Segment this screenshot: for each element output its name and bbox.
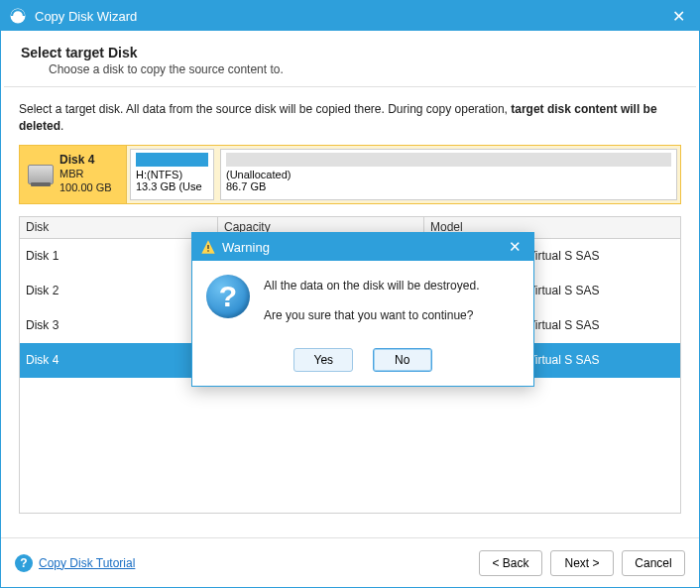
page-subtitle: Choose a disk to copy the source content…	[49, 62, 679, 76]
window-titlebar: Copy Disk Wizard ✕	[1, 1, 699, 31]
cell-disk: Disk 1	[20, 249, 218, 263]
cancel-button[interactable]: Cancel	[622, 550, 685, 576]
window-title: Copy Disk Wizard	[35, 9, 666, 24]
svg-rect-1	[207, 245, 208, 249]
instruction-prefix: Select a target disk. All data from the …	[19, 102, 511, 116]
instruction-suffix: .	[60, 119, 63, 133]
warning-titlebar: Warning ✕	[192, 233, 533, 261]
partition-block[interactable]: (Unallocated) 86.7 GB	[220, 149, 677, 200]
partition-usage-bar	[136, 153, 208, 167]
warning-dialog: Warning ✕ ? All the data on the disk wil…	[191, 232, 534, 387]
svg-rect-2	[207, 250, 208, 251]
wizard-footer: ? Copy Disk Tutorial < Back Next > Cance…	[1, 537, 699, 587]
selected-disk-size: 100.00 GB	[59, 181, 112, 195]
partition-usage-bar	[226, 153, 671, 167]
hard-disk-icon	[28, 165, 54, 184]
warning-message-1: All the data on the disk will be destroy…	[264, 277, 479, 294]
selected-disk-name: Disk 4	[59, 153, 112, 168]
back-button[interactable]: < Back	[479, 550, 542, 576]
partition-block[interactable]: H:(NTFS) 13.3 GB (Use	[130, 149, 214, 200]
partition-label: (Unallocated)	[226, 169, 671, 180]
warning-close-button[interactable]: ✕	[505, 238, 525, 256]
cell-disk: Disk 3	[20, 318, 218, 332]
window-close-button[interactable]: ✕	[666, 7, 691, 26]
cell-disk: Disk 2	[20, 284, 218, 297]
selected-disk-header: Disk 4 MBR 100.00 GB	[20, 146, 127, 203]
selected-disk-card: Disk 4 MBR 100.00 GB H:(NTFS) 13.3 GB (U…	[19, 145, 681, 204]
partition-size: 86.7 GB	[226, 180, 671, 192]
app-icon	[9, 7, 27, 25]
next-button[interactable]: Next >	[550, 550, 614, 576]
partition-label: H:(NTFS)	[136, 169, 208, 180]
help-icon: ?	[15, 554, 33, 572]
instruction-text: Select a target disk. All data from the …	[1, 87, 699, 145]
selected-disk-scheme: MBR	[59, 168, 112, 181]
tutorial-link[interactable]: Copy Disk Tutorial	[39, 556, 135, 570]
partition-size: 13.3 GB (Use	[136, 180, 208, 192]
column-header-disk[interactable]: Disk	[20, 217, 218, 238]
cell-disk: Disk 4	[20, 353, 218, 367]
warning-message-2: Are you sure that you want to continue?	[264, 306, 479, 324]
warning-body: ? All the data on the disk will be destr…	[192, 261, 533, 342]
tutorial-link-group: ? Copy Disk Tutorial	[15, 554, 135, 572]
warning-title: Warning	[222, 240, 505, 255]
page-title: Select target Disk	[21, 45, 679, 60]
warning-app-icon	[200, 239, 216, 255]
warning-buttons: Yes No	[192, 342, 533, 386]
question-icon: ?	[206, 275, 250, 318]
wizard-header: Select target Disk Choose a disk to copy…	[1, 31, 699, 86]
yes-button[interactable]: Yes	[293, 348, 353, 372]
no-button[interactable]: No	[373, 348, 432, 372]
